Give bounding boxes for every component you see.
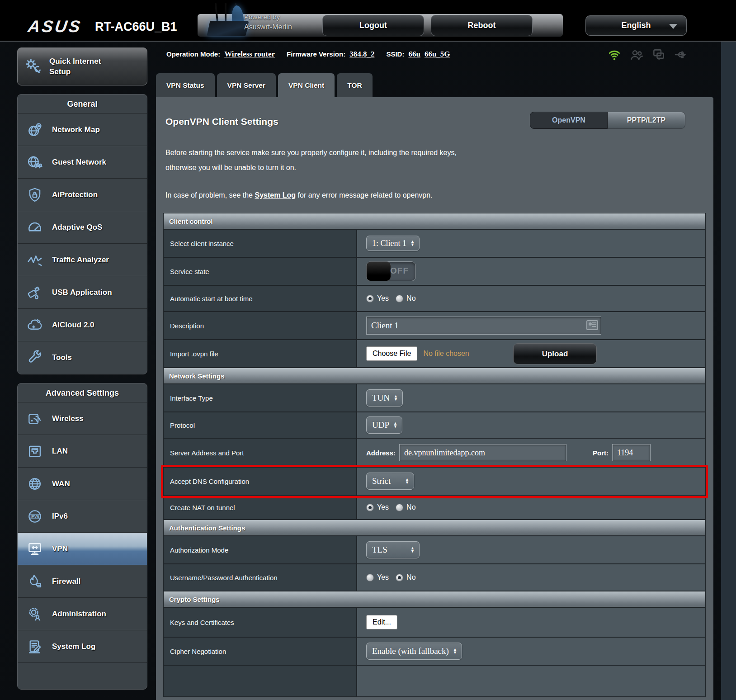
sidebar-item-guest-network[interactable]: Guest Network bbox=[18, 146, 147, 179]
autostart-no-label[interactable]: No bbox=[406, 294, 415, 303]
row-value-cell: TLS ▲▼ bbox=[357, 536, 705, 563]
nat-yes-label[interactable]: Yes bbox=[377, 503, 389, 511]
toggle-state-label: OFF bbox=[390, 266, 409, 276]
usb-status-icon[interactable] bbox=[673, 47, 689, 62]
row-label: Automatic start at boot time bbox=[164, 286, 357, 311]
interface-type-select[interactable]: TUN ▲▼ bbox=[366, 389, 403, 407]
sidebar-item-network-map[interactable]: Network Map bbox=[18, 114, 147, 146]
pptp-l2tp-tab-button[interactable]: PPTP/L2TP bbox=[608, 112, 685, 129]
sidebar-item-firewall[interactable]: Firewall bbox=[18, 565, 147, 598]
sidebar-item-vpn[interactable]: VPN bbox=[18, 533, 147, 565]
row-description: Description Client 1 bbox=[164, 312, 705, 340]
sidebar-item-wireless[interactable]: Wireless bbox=[18, 402, 147, 435]
openvpn-tab-button[interactable]: OpenVPN bbox=[530, 112, 608, 129]
nat-no-radio[interactable] bbox=[396, 504, 403, 511]
choose-file-button[interactable]: Choose File bbox=[366, 346, 417, 361]
row-automatic-start: Automatic start at boot time Yes No bbox=[164, 286, 705, 312]
service-state-toggle[interactable]: OFF bbox=[366, 261, 416, 281]
waveform-icon bbox=[25, 251, 45, 269]
quick-internet-setup-button[interactable]: Quick Internet Setup bbox=[17, 47, 147, 85]
language-dropdown[interactable]: English bbox=[585, 15, 687, 36]
row-cipher-negotiation: Cipher Negotiation Enable (with fallback… bbox=[164, 638, 705, 666]
client-instance-select[interactable]: 1: Client 1 ▲▼ bbox=[366, 236, 420, 251]
section-crypto-settings: Crypto Settings bbox=[164, 591, 705, 608]
autostart-yes-label[interactable]: Yes bbox=[377, 294, 389, 303]
authorization-mode-select[interactable]: TLS ▲▼ bbox=[366, 541, 420, 558]
client-instance-value: 1: Client 1 bbox=[372, 239, 406, 248]
operation-mode-link[interactable]: Wireless router bbox=[224, 50, 275, 59]
sidebar-item-ipv6[interactable]: IPV6 IPv6 bbox=[18, 500, 147, 533]
userpass-no-radio[interactable] bbox=[396, 574, 403, 582]
ssid-24g-link[interactable]: 66u bbox=[408, 50, 420, 59]
firmware-version-link[interactable]: 384.8_2 bbox=[349, 50, 374, 59]
select-arrows-icon: ▲▼ bbox=[393, 422, 397, 428]
tab-tor[interactable]: TOR bbox=[337, 73, 372, 97]
server-port-input[interactable]: 1194 bbox=[612, 444, 651, 461]
row-label: Cipher Negotiation bbox=[164, 638, 357, 665]
vpn-monitor-icon bbox=[25, 540, 45, 558]
address-label: Address: bbox=[366, 449, 396, 457]
protocol-select[interactable]: UDP ▲▼ bbox=[366, 416, 402, 434]
sidebar-item-lan[interactable]: LAN bbox=[18, 435, 147, 468]
section-client-control: Client control bbox=[164, 213, 705, 230]
tab-vpn-client[interactable]: VPN Client bbox=[278, 73, 335, 97]
row-value-cell: Edit... bbox=[357, 608, 705, 637]
sidebar: Quick Internet Setup General Network Map… bbox=[17, 47, 147, 690]
problem-text: In case of problem, see the System Log f… bbox=[165, 191, 704, 199]
devices-status-icon[interactable] bbox=[651, 47, 666, 62]
row-value-cell: Yes No bbox=[357, 286, 705, 311]
sidebar-item-administration[interactable]: Administration bbox=[18, 598, 147, 630]
accept-dns-select[interactable]: Strict ▲▼ bbox=[366, 473, 414, 490]
sidebar-item-usb-application[interactable]: USB Application bbox=[18, 276, 147, 309]
server-address-input[interactable]: de.vpnunlimitedapp.com bbox=[399, 444, 566, 461]
upload-button[interactable]: Upload bbox=[513, 343, 597, 364]
row-keys-certificates: Keys and Certificates Edit... bbox=[164, 608, 705, 638]
userpass-yes-label[interactable]: Yes bbox=[377, 573, 389, 582]
port-label: Port: bbox=[593, 449, 609, 457]
sidebar-item-system-log[interactable]: System Log bbox=[18, 630, 147, 663]
autostart-no-radio[interactable] bbox=[396, 295, 403, 303]
advanced-group: Advanced Settings Wireless LAN WAN IPV6 … bbox=[17, 383, 147, 690]
ssid-5g-link[interactable]: 66u_5G bbox=[425, 50, 450, 59]
select-arrows-icon: ▲▼ bbox=[410, 547, 415, 553]
contact-card-icon[interactable] bbox=[586, 320, 598, 330]
language-label: English bbox=[621, 21, 651, 30]
tab-vpn-server[interactable]: VPN Server bbox=[217, 73, 276, 97]
row-value-cell: Choose File No file chosen Upload bbox=[357, 340, 705, 367]
general-group: General Network Map Guest Network AiProt… bbox=[17, 94, 147, 374]
row-value-cell: TUN ▲▼ bbox=[357, 384, 705, 411]
cipher-negotiation-select[interactable]: Enable (with fallback) ▲▼ bbox=[366, 643, 462, 660]
clients-status-icon[interactable] bbox=[629, 47, 644, 62]
nat-no-label[interactable]: No bbox=[406, 503, 415, 511]
vpn-tabs: VPN Status VPN Server VPN Client TOR bbox=[156, 73, 373, 97]
operation-mode-label: Operation Mode: bbox=[166, 50, 220, 58]
row-value-cell: Strict ▲▼ bbox=[357, 468, 705, 495]
sidebar-item-tools[interactable]: Tools bbox=[18, 341, 147, 374]
row-value-cell: Client 1 bbox=[357, 312, 705, 339]
userpass-yes-radio[interactable] bbox=[366, 574, 374, 582]
reboot-button[interactable]: Reboot bbox=[431, 15, 533, 36]
sidebar-item-wan[interactable]: WAN bbox=[18, 468, 147, 500]
row-value-cell: Enable (with fallback) ▲▼ bbox=[357, 638, 705, 665]
sidebar-item-aiprotection[interactable]: AiProtection bbox=[18, 179, 147, 211]
row-label: Server Address and Port bbox=[164, 439, 357, 467]
autostart-radio-group: Yes No bbox=[366, 294, 420, 303]
row-value-cell: 1: Client 1 ▲▼ bbox=[357, 230, 705, 257]
sidebar-item-traffic-analyzer[interactable]: Traffic Analyzer bbox=[18, 244, 147, 276]
ethernet-port-icon bbox=[25, 443, 45, 460]
description-input[interactable]: Client 1 bbox=[366, 317, 601, 335]
system-log-link[interactable]: System Log bbox=[255, 191, 296, 199]
flame-icon bbox=[25, 573, 45, 590]
sidebar-item-adaptive-qos[interactable]: Adaptive QoS bbox=[18, 211, 147, 244]
router-admin-page: ASUS RT-AC66U_B1 Powered by Asuswrt-Merl… bbox=[0, 0, 736, 700]
row-protocol: Protocol UDP ▲▼ bbox=[164, 412, 705, 439]
edit-keys-button[interactable]: Edit... bbox=[366, 615, 397, 629]
logout-button[interactable]: Logout bbox=[322, 15, 424, 36]
wifi-status-icon[interactable] bbox=[607, 47, 622, 62]
sidebar-item-aicloud[interactable]: AiCloud 2.0 bbox=[18, 309, 147, 341]
nat-yes-radio[interactable] bbox=[366, 504, 374, 511]
userpass-no-label[interactable]: No bbox=[406, 573, 415, 582]
tab-vpn-status[interactable]: VPN Status bbox=[156, 73, 215, 97]
autostart-yes-radio[interactable] bbox=[366, 295, 374, 303]
row-label: Keys and Certificates bbox=[164, 608, 357, 637]
